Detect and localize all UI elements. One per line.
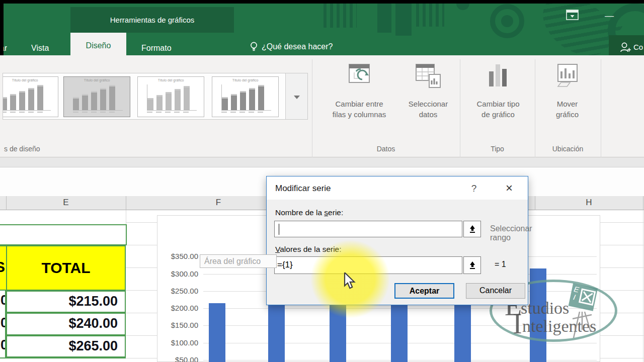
cell-sliver: 0	[0, 291, 6, 313]
tab-vista[interactable]: Vista	[31, 41, 49, 55]
series-result-preview: = 1	[495, 260, 506, 269]
cell-sliver: 0	[0, 335, 6, 357]
switch-row-column-button[interactable]: Cambiar entre filas y columnas	[322, 60, 396, 153]
ribbon: Título del gráfico Título del gráfico Tí…	[0, 55, 644, 157]
collapse-dialog-button[interactable]	[463, 256, 481, 274]
dialog-title-bar[interactable]: Modificar serie ? ×	[267, 176, 528, 200]
chart-y-tick-label: $50.00	[157, 355, 198, 362]
tell-me-label: ¿Qué desea hacer?	[262, 42, 333, 51]
cell-total-sliver: S	[0, 245, 6, 291]
mini-bar-chart	[221, 84, 271, 111]
chart-bar[interactable]	[209, 303, 225, 362]
edit-series-dialog: Modificar serie ? × Nombre de la serie: …	[266, 176, 528, 305]
excel-window: Herramientas de gráficos ar Vista Diseño…	[0, 0, 644, 362]
text-caret	[279, 224, 279, 235]
gallery-more-button[interactable]	[285, 73, 308, 120]
chart-style-thumbnail[interactable]: Título del gráfico	[3, 76, 58, 117]
range-picker-icon	[468, 261, 476, 269]
group-label-datos: Datos	[312, 145, 460, 153]
tell-me-box[interactable]: ¿Qué desea hacer?	[250, 38, 333, 56]
column-header-h[interactable]: H	[535, 198, 643, 208]
chevron-down-icon	[294, 96, 300, 99]
chart-y-tick-label: $100.00	[157, 338, 198, 347]
cell-value[interactable]: $215.00	[6, 291, 126, 313]
cell-partial-row[interactable]	[0, 357, 126, 362]
chart-y-tick-label: $250.00	[157, 287, 198, 295]
chart-area-tooltip: Área del gráfico	[200, 254, 277, 268]
chart-y-tick-label: $350.00	[157, 252, 198, 260]
change-chart-type-icon	[487, 60, 510, 92]
move-chart-button[interactable]: Mover gráfico	[541, 60, 594, 153]
cell-value[interactable]: $240.00	[6, 313, 126, 335]
chart-style-thumbnail[interactable]: Título del gráfico	[212, 76, 279, 117]
grid-vline	[643, 210, 643, 362]
help-button[interactable]: ?	[467, 182, 481, 196]
switch-row-column-icon	[346, 60, 373, 92]
change-chart-type-button[interactable]: Cambiar tipo de gráfico	[468, 60, 528, 153]
group-label-styles: s de diseño	[4, 145, 40, 153]
decoration-block	[377, 4, 391, 33]
decoration-block	[395, 4, 412, 36]
lightbulb-icon	[250, 42, 258, 52]
contextual-tab-header: Herramientas de gráficos	[70, 7, 234, 33]
mouse-cursor-icon	[344, 273, 359, 290]
chart-styles-gallery: Título del gráfico Título del gráfico Tí…	[3, 73, 308, 120]
mini-bar-chart	[147, 84, 197, 111]
letterbox-top	[0, 0, 644, 4]
tab-formato[interactable]: Formato	[141, 41, 172, 55]
move-chart-icon	[554, 60, 581, 92]
group-label-tipo: Tipo	[460, 145, 535, 153]
mini-bar-chart	[3, 84, 51, 111]
chart-style-thumbnail-selected[interactable]: Título del gráfico	[63, 76, 130, 117]
range-picker-icon	[468, 225, 476, 233]
chart-bar[interactable]	[530, 268, 546, 362]
close-icon[interactable]: ×	[499, 180, 519, 196]
decoration-bars	[416, 4, 444, 27]
chart-y-tick-label: $150.00	[157, 321, 198, 329]
letterbox-left	[0, 0, 4, 55]
cell-value[interactable]: $265.00	[6, 335, 126, 357]
share-label: Co	[633, 43, 643, 51]
decoration-dot	[456, 4, 469, 10]
add-person-icon	[620, 41, 631, 53]
header-divider	[643, 196, 643, 210]
decoration-target-center	[501, 15, 513, 27]
cell-total[interactable]: TOTAL	[6, 245, 126, 291]
group-label-ubicacion: Ubicación	[535, 145, 601, 153]
cell-merged-empty[interactable]	[0, 224, 127, 245]
minimize-button[interactable]: —	[603, 11, 616, 22]
decoration-target-circle	[490, 4, 524, 38]
accept-button[interactable]: Aceptar	[394, 283, 454, 299]
ribbon-bottom-band	[0, 157, 644, 167]
dialog-title: Modificar serie	[275, 184, 331, 194]
collapse-dialog-button[interactable]	[463, 221, 481, 237]
select-data-button[interactable]: Seleccionar datos	[399, 60, 457, 153]
cell-sliver: 0	[0, 313, 6, 335]
select-data-icon	[414, 60, 442, 92]
chart-y-tick-label: $200.00	[157, 304, 198, 312]
ribbon-display-options-icon[interactable]	[566, 10, 579, 20]
column-header-e[interactable]: E	[6, 198, 126, 208]
chart-style-thumbnail[interactable]: Título del gráfico	[137, 76, 204, 117]
grid-vline	[126, 210, 126, 224]
chart-y-tick-label: $300.00	[157, 269, 198, 278]
decoration-bars	[324, 4, 357, 28]
select-range-hint: Seleccionar rango	[490, 224, 532, 242]
series-name-input[interactable]	[274, 221, 462, 237]
cancel-button[interactable]: Cancelar	[466, 283, 525, 299]
title-bar: Herramientas de gráficos ar Vista Diseño…	[0, 4, 644, 55]
series-name-label: Nombre de la serie:	[275, 208, 343, 217]
mini-bar-chart	[73, 84, 123, 111]
